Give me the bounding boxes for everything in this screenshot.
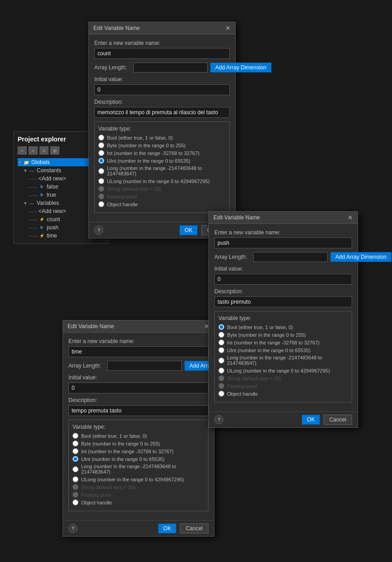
initial-value-label2: Initial value: <box>214 266 352 272</box>
footer-buttons3: OK Cancel <box>158 523 208 533</box>
type-object3[interactable]: Object handle <box>73 499 204 505</box>
dialog-count-title: Edit Variable Name <box>93 25 140 31</box>
pe-delete-btn[interactable]: × <box>29 146 38 155</box>
pe-constants-label: Constants <box>37 167 61 174</box>
type-bool3[interactable]: Bool (either true, 1 or false, 0) <box>73 433 204 439</box>
type-uint2[interactable]: UInt (number in the range 0 to 65535) <box>218 347 348 353</box>
dialog-count-titlebar[interactable]: Edit Variable Name ✕ <box>89 22 235 34</box>
pe-list-btn[interactable]: ≡ <box>39 146 48 155</box>
type-bool[interactable]: Bool (either true, 1 or false, 0) <box>98 135 226 140</box>
array-length-input[interactable] <box>133 63 208 73</box>
pe-count-label: count <box>47 216 60 223</box>
ok-btn[interactable]: OK <box>179 225 197 235</box>
array-length-label: Array Length: <box>94 64 131 71</box>
type-string-label2: String (default size = 20) <box>227 376 281 381</box>
var-name-input3[interactable] <box>68 346 208 357</box>
type-string2: String (default size = 20) <box>218 375 348 381</box>
pe-variables-icon: — <box>29 200 35 206</box>
cancel-btn2[interactable]: Cancel <box>324 415 352 425</box>
type-int2[interactable]: Int (number in the range -32768 to 32767… <box>218 339 348 345</box>
type-bool2[interactable]: Bool (either true, 1 or false, 0) <box>218 324 348 330</box>
cancel-btn3[interactable]: Cancel <box>180 523 208 533</box>
initial-value-input2[interactable] <box>214 274 352 285</box>
type-ulong[interactable]: ULong (number in the range 0 to 42949672… <box>98 178 226 184</box>
pe-line-icon: —— <box>29 176 38 181</box>
array-length-label2: Array Length: <box>214 254 251 260</box>
type-long2[interactable]: Long (number in the range -2147483648 to… <box>218 355 348 366</box>
type-float-label2: Floating point <box>227 383 257 389</box>
var-name-label2: Enter a new variable name: <box>214 229 352 236</box>
dialog-time: Edit Variable Name ✕ Enter a new variabl… <box>63 320 214 537</box>
dialog-push-close[interactable]: ✕ <box>348 214 353 221</box>
type-byte-label: Byte (number in the range 0 to 255) <box>107 143 186 148</box>
var-name-input2[interactable] <box>214 237 352 248</box>
help-btn[interactable]: ? <box>94 226 103 235</box>
dialog-count-body: Enter a new variable name: Array Length:… <box>89 34 235 222</box>
type-int[interactable]: Int (number in the range -32768 to 32767… <box>98 150 226 156</box>
type-byte-label3: Byte (number in the range 0 to 255) <box>81 441 160 446</box>
var-name-label: Enter a new variable name: <box>94 40 230 46</box>
pe-folder-icon: 📁 <box>23 159 29 165</box>
pe-grid-btn[interactable]: ⊞ <box>50 146 59 155</box>
type-byte3[interactable]: Byte (number in the range 0 to 255) <box>73 441 204 446</box>
type-ulong-label3: ULong (number in the range 0 to 42949672… <box>81 477 184 482</box>
pe-globals-label: Globals <box>31 159 50 165</box>
dialog-push-footer: ? OK Cancel <box>209 412 358 427</box>
dialog-count-close[interactable]: ✕ <box>225 25 231 31</box>
type-bool-label3: Bool (either true, 1 or false, 0) <box>81 433 147 439</box>
variable-type-title3: Variable type: <box>73 424 204 430</box>
type-uint[interactable]: UInt (number in the range 0 to 65535) <box>98 158 226 164</box>
type-long3[interactable]: Long (number in the range -2147483648 to… <box>73 464 204 475</box>
ok-btn3[interactable]: OK <box>158 523 176 533</box>
description-label3: Description: <box>68 397 208 403</box>
array-length-input3[interactable] <box>107 361 182 371</box>
variable-type-title: Variable type: <box>98 126 226 132</box>
type-int-label3: Int (number in the range -32768 to 32767… <box>81 449 174 454</box>
description-input2[interactable] <box>214 296 352 307</box>
pe-line-icon4: —— <box>29 225 38 230</box>
type-object-label2: Object handle <box>227 391 258 397</box>
pe-line-icon5: —— <box>29 233 38 238</box>
dialog-time-titlebar[interactable]: Edit Variable Name ✕ <box>63 320 214 333</box>
pe-expand-icon: ▼ <box>23 168 28 173</box>
type-byte2[interactable]: Byte (number in the range 0 to 255) <box>218 332 348 338</box>
type-string: String (default size = 20) <box>98 186 226 192</box>
dialog-time-title: Edit Variable Name <box>68 323 114 329</box>
array-length-input2[interactable] <box>253 252 328 262</box>
pe-add-btn[interactable]: + <box>18 146 27 155</box>
var-name-input[interactable] <box>94 48 230 59</box>
help-btn3[interactable]: ? <box>68 524 77 533</box>
pe-variables-label: Variables <box>37 200 59 206</box>
add-array-dimension-btn2[interactable]: Add Array Dimension <box>330 252 392 262</box>
type-long[interactable]: Long (number in the range -2147483648 to… <box>98 165 226 176</box>
dialog-push-titlebar[interactable]: Edit Variable Name ✕ <box>209 212 358 224</box>
type-uint-label3: UInt (number in the range 0 to 65535) <box>81 456 165 462</box>
type-int3[interactable]: Int (number in the range -32768 to 32767… <box>73 448 204 454</box>
array-length-row: Array Length: Add Array Dimension <box>94 63 230 73</box>
initial-value-label3: Initial value: <box>68 374 208 381</box>
type-uint-label: UInt (number in the range 0 to 65535) <box>107 158 190 164</box>
pe-expand-icon2: ▼ <box>23 201 28 206</box>
type-ulong2[interactable]: ULong (number in the range 0 to 42949672… <box>218 368 348 373</box>
type-object2[interactable]: Object handle <box>218 391 348 397</box>
initial-value-input[interactable] <box>94 84 230 95</box>
type-string-label3: String (default size = 20) <box>81 484 136 490</box>
type-string-label: String (default size = 20) <box>107 186 161 192</box>
type-ulong3[interactable]: ULong (number in the range 0 to 42949672… <box>73 476 204 482</box>
type-ulong-label: ULong (number in the range 0 to 42949672… <box>107 179 210 184</box>
pe-push-label: push <box>47 224 58 231</box>
type-uint3[interactable]: UInt (number in the range 0 to 65535) <box>73 456 204 462</box>
dialog-time-footer: ? OK Cancel <box>63 520 214 536</box>
description-input3[interactable] <box>68 405 208 416</box>
description-input[interactable] <box>94 107 230 118</box>
initial-value-input3[interactable] <box>68 383 208 393</box>
help-btn2[interactable]: ? <box>214 415 223 424</box>
var-name-label3: Enter a new variable name: <box>68 338 208 344</box>
type-object-label3: Object handle <box>81 500 112 505</box>
pe-line-icon: —— <box>29 193 38 198</box>
add-array-dimension-btn[interactable]: Add Array Dimension <box>210 63 271 73</box>
type-object[interactable]: Object handle <box>98 201 226 207</box>
ok-btn2[interactable]: OK <box>302 415 319 425</box>
pe-add-var-label: <Add new> <box>39 208 66 214</box>
type-byte[interactable]: Byte (number in the range 0 to 255) <box>98 142 226 148</box>
